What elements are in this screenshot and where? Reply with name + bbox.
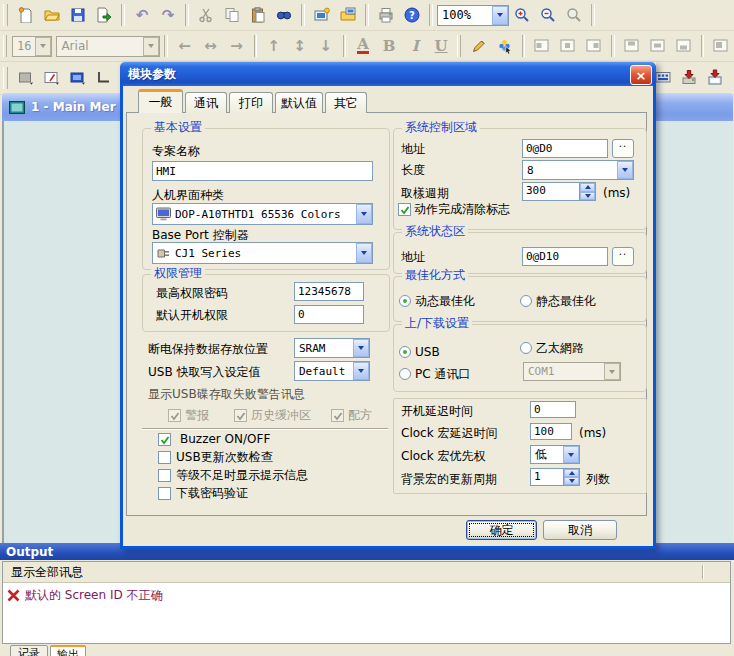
toolbar-grip[interactable] [3, 4, 8, 26]
status-address-browse-button[interactable]: .. [612, 247, 634, 266]
rectangle-tool-button[interactable] [13, 65, 39, 91]
control-length-dropdown[interactable] [617, 161, 633, 179]
upload-button[interactable] [728, 64, 734, 90]
output-message-text: 默认的 Screen ID 不正确 [25, 587, 162, 604]
dialog-titlebar[interactable]: 模块参数 [120, 62, 656, 86]
boot-delay-input[interactable] [530, 401, 576, 418]
print-button[interactable] [373, 2, 399, 28]
sample-period-spinner[interactable]: 300 [522, 182, 596, 201]
spin-down-button[interactable] [580, 192, 595, 201]
open-file-button[interactable] [39, 2, 65, 28]
new-screen-button[interactable] [309, 2, 335, 28]
tab-other[interactable]: 其它 [325, 92, 367, 113]
usb-cache-dropdown[interactable] [353, 362, 369, 380]
dynamic-optimize-label: 动态最佳化 [415, 294, 475, 308]
tab-default[interactable]: 默认值 [275, 92, 323, 113]
status-address-input[interactable] [522, 247, 608, 266]
level-prompt-checkbox[interactable] [158, 469, 171, 482]
clock-priority-label: Clock 宏优先权 [401, 449, 485, 463]
dynamic-optimize-radio[interactable] [399, 295, 411, 307]
base-port-dropdown[interactable] [356, 243, 372, 263]
export-button[interactable] [91, 2, 117, 28]
control-length-combo[interactable]: 8 [522, 160, 634, 180]
tab-print[interactable]: 打印 [229, 92, 273, 113]
clock-priority-combo[interactable]: 低 [530, 445, 580, 464]
com-port-value: COM1 [524, 365, 604, 378]
toolbar-grip[interactable] [457, 35, 461, 57]
toolbar-separator [301, 4, 305, 26]
pc-com-radio[interactable] [399, 368, 411, 380]
ethernet-radio[interactable] [520, 342, 532, 354]
tab-general[interactable]: 一般 [138, 89, 183, 113]
tab-communication[interactable]: 通讯 [185, 92, 227, 113]
output-filter-row[interactable]: 显示全部讯息 [3, 562, 730, 583]
clock-delay-input[interactable] [530, 423, 572, 440]
boot-permission-label: 默认开机权限 [156, 308, 228, 322]
max-password-input[interactable] [294, 282, 364, 301]
static-optimize-radio[interactable] [520, 295, 532, 307]
retain-location-combo[interactable]: SRAM [294, 338, 370, 358]
polyline-tool-button[interactable] [91, 65, 117, 91]
retain-location-dropdown[interactable] [353, 339, 369, 357]
group-system-status-caption: 系统状态区 [402, 224, 468, 239]
meter-tool-button[interactable] [39, 65, 65, 91]
toolbar-separator [185, 4, 189, 26]
download-password-checkbox[interactable] [158, 487, 171, 500]
arrow-right-icon: → [230, 39, 243, 54]
button-tool-button[interactable] [65, 65, 91, 91]
tab-output[interactable]: 输出 [50, 645, 86, 656]
usb-radio[interactable] [399, 346, 411, 358]
tab-record-label: 记录 [18, 646, 40, 656]
retain-location-value: SRAM [295, 342, 353, 355]
download-firmware-button[interactable] [676, 64, 702, 90]
control-address-browse-button[interactable]: .. [612, 139, 634, 158]
spin-up-button[interactable] [580, 183, 595, 192]
zoom-level-combo[interactable]: 100% [437, 5, 509, 26]
usb-warning-label: 显示USB碟存取失败警告讯息 [148, 387, 305, 401]
cancel-button[interactable]: 取消 [543, 520, 617, 540]
tab-record[interactable]: 记录 [10, 645, 48, 656]
spin-up-button[interactable] [564, 469, 579, 477]
zoom-out-button[interactable] [535, 2, 561, 28]
static-optimize-label: 静态最佳化 [536, 294, 596, 308]
hmi-type-dropdown[interactable] [356, 204, 372, 224]
open-screen-button[interactable] [335, 2, 361, 28]
toolbar-grip[interactable] [3, 67, 8, 89]
align-bottom-button [671, 33, 697, 59]
usb-update-check-checkbox[interactable] [158, 451, 171, 464]
save-button[interactable] [65, 2, 91, 28]
paste-button[interactable] [245, 2, 271, 28]
spin-down-button[interactable] [564, 477, 579, 485]
clock-priority-dropdown[interactable] [563, 446, 579, 463]
ok-button[interactable]: 确定 [466, 520, 537, 540]
new-file-button[interactable] [13, 2, 39, 28]
find-button[interactable] [271, 2, 297, 28]
font-size-value: 16 [13, 39, 35, 53]
output-message-row[interactable]: 默认的 Screen ID 不正确 [3, 583, 730, 608]
select-picture-button[interactable] [492, 33, 518, 59]
clear-flag-checkbox[interactable] [398, 203, 411, 216]
project-name-input[interactable] [152, 161, 373, 181]
zoom-in-button[interactable] [509, 2, 535, 28]
meter-tool-icon [44, 70, 60, 86]
buzzer-checkbox[interactable] [158, 433, 171, 446]
boot-permission-input[interactable] [294, 305, 364, 324]
undo-icon: ↶ [136, 8, 149, 23]
download-screen-button[interactable] [702, 64, 728, 90]
cancel-button-label: 取消 [568, 522, 592, 539]
toolbar-grip[interactable] [3, 35, 7, 57]
history-buffer-checkbox-label: 历史缓冲区 [251, 408, 311, 422]
bg-macro-spinner[interactable]: 1 [530, 468, 580, 486]
hmi-type-combo[interactable]: DOP-A10THTD1 65536 Colors [152, 203, 373, 225]
align-center-button [555, 33, 581, 59]
base-port-combo[interactable]: CJ1 Series [152, 242, 373, 264]
zoom-combo-dropdown[interactable] [492, 6, 508, 25]
help-button[interactable]: ? [399, 2, 425, 28]
draw-line-button[interactable] [466, 33, 492, 59]
usb-cache-combo[interactable]: Default [294, 361, 370, 381]
sample-period-label: 取樣週期 [401, 186, 449, 200]
control-address-input[interactable] [522, 139, 608, 158]
com-port-combo: COM1 [523, 362, 621, 381]
close-button[interactable]: × [630, 65, 652, 85]
save-icon [70, 7, 86, 23]
